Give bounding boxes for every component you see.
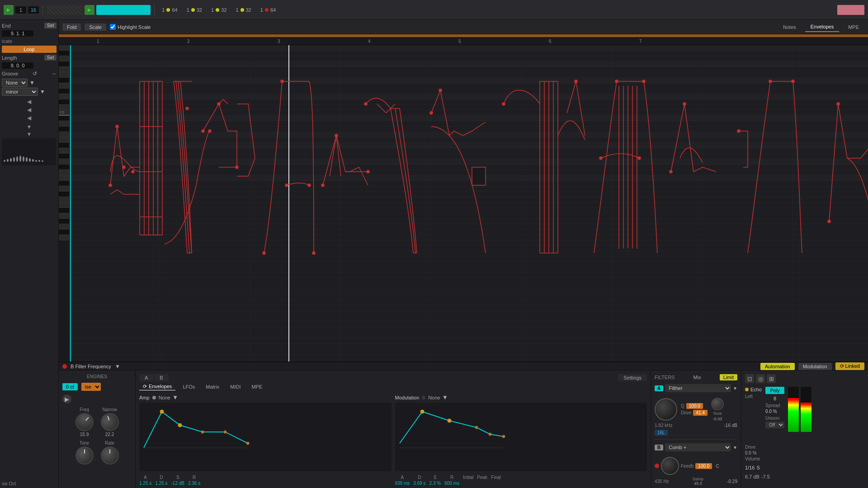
tone-a-knob[interactable] (711, 398, 724, 410)
dot-12 (38, 160, 40, 162)
c-label: C (716, 464, 719, 469)
ruler-marks-container: 1 2 3 4 5 6 7 (61, 37, 868, 45)
filter-b-expand[interactable]: ▼ (733, 445, 737, 450)
rate-label: Rate (105, 441, 114, 446)
piano-roll-grid[interactable] (70, 45, 868, 361)
highlight-scale-checkbox[interactable]: Highlight Scale (110, 24, 151, 30)
filter-a-bottom: 1.82 kHz -16 dB (655, 423, 737, 428)
right-block-pink[interactable] (837, 5, 864, 15)
svg-point-26 (116, 125, 118, 128)
envelopes-subtab[interactable]: ⟳Envelopes (139, 383, 175, 390)
freq-knob[interactable] (71, 409, 97, 435)
key-22 (59, 159, 69, 164)
dot-8 (26, 157, 28, 162)
amp-graph[interactable] (139, 403, 392, 471)
filter-a-row: A Filther ▼ (655, 384, 737, 392)
dropdown-arrow-2[interactable]: ▼ (2, 131, 57, 137)
narrow-knob[interactable] (98, 410, 121, 433)
arrow-left-3[interactable]: ◀ (2, 115, 57, 121)
q-row: Q 100.0 (681, 403, 708, 409)
scale-button[interactable]: Scale (85, 23, 106, 31)
loop-block[interactable]: Loop (2, 46, 57, 53)
svg-point-36 (281, 80, 283, 83)
key-31 (59, 208, 69, 213)
highlight-scale-input[interactable] (110, 24, 116, 30)
filter-dropdown-icon[interactable]: ▼ (115, 363, 120, 370)
drive-a-value[interactable]: 41.4 (693, 410, 707, 416)
dropdown-arrow-1[interactable]: ▼ (2, 124, 57, 130)
length-set-button[interactable]: Set (44, 55, 57, 61)
pattern-block-1[interactable] (47, 5, 83, 15)
fold-button[interactable]: Fold (62, 23, 81, 31)
mpe-subtab[interactable]: MPE (248, 383, 266, 390)
main-content: End Set 9. 1. 1 icate Loop Length Set 8.… (0, 20, 868, 488)
groove-icon-2[interactable]: → (51, 70, 57, 77)
icon-btn-1[interactable]: ⊡ (745, 374, 754, 383)
cyan-block[interactable] (96, 5, 151, 15)
notes-svg (70, 45, 868, 361)
note-envelope-9 (737, 80, 802, 253)
yellow-dot-2 (191, 8, 195, 12)
poly-button[interactable]: Poly (765, 387, 784, 394)
drive-right-label: Drive (745, 445, 864, 450)
icon-btn-2[interactable]: ◎ (756, 374, 765, 383)
linked-button[interactable]: ⟳ Linked (835, 362, 864, 370)
noise-dropdown[interactable]: ise (81, 383, 101, 391)
length-value[interactable]: 8. 0. 0 (2, 62, 33, 69)
engine-play-button[interactable]: ▶ (62, 394, 71, 404)
play-button[interactable]: ▶ (4, 5, 14, 15)
tone-knob[interactable] (75, 446, 94, 465)
lfos-subtab[interactable]: LFOs (179, 383, 198, 390)
mpe-tab[interactable]: MPE (843, 23, 864, 32)
filter-a-expand[interactable]: ▼ (733, 386, 737, 391)
scale-expand-icon[interactable]: ▼ (40, 89, 45, 95)
groove-icon-1[interactable]: ↺ (33, 70, 37, 77)
groove-dropdown-row: None ▼ (2, 79, 57, 87)
unison-select[interactable]: Off (765, 422, 784, 428)
note-cluster-3 (502, 80, 585, 253)
spread-label: Spread (765, 403, 784, 408)
groove-expand-icon[interactable]: ▼ (29, 80, 35, 86)
filter-a-select[interactable]: Filther (665, 384, 731, 392)
oct-display[interactable]: 0 ct (62, 383, 78, 390)
amp-none-dropdown[interactable]: ▼ (172, 394, 178, 401)
svg-point-49 (430, 112, 433, 114)
filter-b-select[interactable]: Comb + (665, 443, 731, 451)
envelopes-tab[interactable]: Envelopes (805, 22, 839, 32)
piano-keys: .pk { height: 12px; border-bottom: 1px s… (59, 45, 70, 361)
key-32 (59, 213, 69, 219)
icon-btn-3[interactable]: ⊞ (767, 374, 776, 383)
filter-b-row: B Comb + ▼ (655, 443, 737, 451)
mod-none-dropdown[interactable]: ▼ (442, 394, 448, 401)
rate-knob[interactable] (101, 446, 119, 465)
mod-graph[interactable] (395, 403, 647, 471)
svg-point-62 (642, 80, 645, 83)
end-value[interactable]: 9. 1. 1 (2, 30, 33, 37)
tab-a[interactable]: A (139, 374, 153, 381)
filters-title: Filters (655, 375, 675, 380)
arrow-left-1[interactable]: ◀ (2, 99, 57, 105)
synth-header: B Filter Frequency ▼ Automation Modulati… (59, 362, 868, 371)
matrix-subtab[interactable]: Matrix (202, 383, 223, 390)
play-button-2[interactable]: ▶ (85, 5, 94, 15)
modulation-button[interactable]: Modulation (798, 363, 832, 370)
groove-dropdown[interactable]: None (2, 79, 28, 87)
automation-button[interactable]: Automation (760, 363, 795, 370)
amp-none-row: None ▼ (159, 394, 392, 401)
mod-none-label: None (428, 395, 440, 400)
notes-tab[interactable]: Notes (778, 23, 802, 32)
limit-button[interactable]: Limit (720, 374, 737, 380)
tab-b[interactable]: B (154, 374, 168, 381)
indicator-group-5: 1 64 (257, 7, 279, 13)
scale-dropdown[interactable]: minor (2, 88, 38, 96)
vol-bar-left (788, 387, 799, 432)
end-set-button[interactable]: Set (44, 23, 57, 28)
filter-a-knob[interactable] (655, 398, 677, 421)
midi-subtab[interactable]: MIDI (226, 383, 244, 390)
16l-value[interactable]: 16L (655, 430, 668, 436)
feedb-value[interactable]: 100.0 (695, 463, 712, 469)
arrow-left-2[interactable]: ◀ (2, 107, 57, 113)
settings-tab[interactable]: Settings (618, 374, 647, 381)
filter-b-knob[interactable] (661, 457, 679, 475)
q-value[interactable]: 100.0 (686, 403, 703, 409)
